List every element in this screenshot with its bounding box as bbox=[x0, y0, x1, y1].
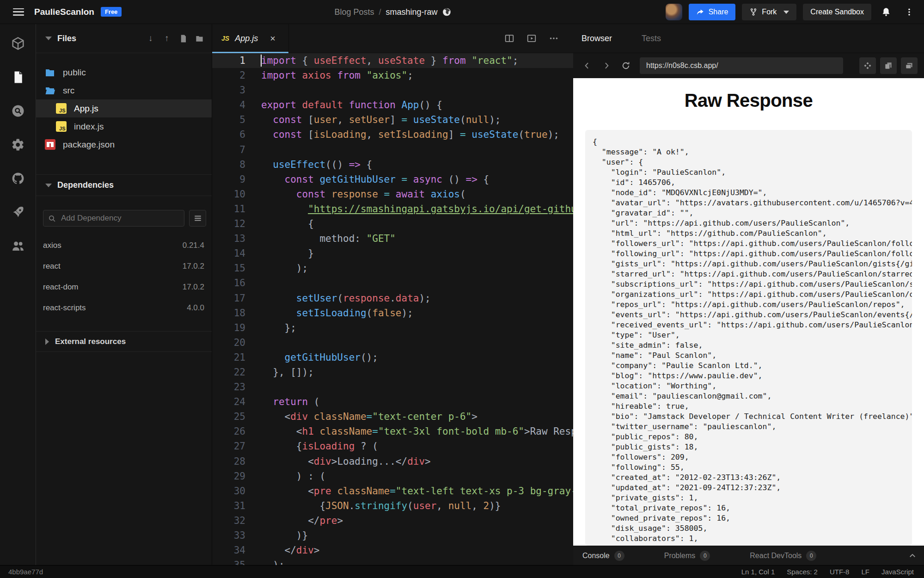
sandbox-cube-icon[interactable] bbox=[11, 36, 25, 51]
dependencies-section-header[interactable]: Dependencies bbox=[36, 175, 212, 196]
code-line-6[interactable]: 6 const [isLoading, setIsLoading] = useS… bbox=[212, 127, 573, 142]
dependency-row-react-scripts[interactable]: react-scripts4.0.0 bbox=[36, 297, 212, 318]
preview-tab-tests[interactable]: Tests bbox=[642, 34, 661, 43]
code-line-18[interactable]: 18 setIsLoading(false); bbox=[212, 306, 573, 320]
split-view-icon[interactable] bbox=[504, 33, 515, 44]
editor-more-options-icon[interactable] bbox=[548, 33, 559, 44]
close-tab-icon[interactable]: × bbox=[270, 33, 275, 44]
sandbox-title[interactable]: smashing-raw bbox=[386, 7, 438, 17]
new-file-icon[interactable] bbox=[178, 33, 188, 43]
json-line: "twitter_username": "pauliescanlon", bbox=[593, 422, 905, 432]
code-line-2[interactable]: 2import axios from "axios"; bbox=[212, 68, 573, 83]
code-line-27[interactable]: 27 {isLoading ? ( bbox=[212, 439, 573, 454]
dependency-version: 0.21.4 bbox=[183, 241, 204, 250]
share-button[interactable]: Share bbox=[689, 4, 736, 20]
upload-icon[interactable]: ↑ bbox=[162, 33, 172, 43]
code-line-28[interactable]: 28 <div>Loading...</div> bbox=[212, 454, 573, 469]
add-dependency-input[interactable] bbox=[60, 213, 179, 223]
deployment-rocket-icon[interactable] bbox=[11, 205, 25, 220]
dependency-menu-icon[interactable] bbox=[189, 210, 206, 227]
json-line: "total_private_repos": 16, bbox=[593, 503, 905, 513]
refresh-icon[interactable] bbox=[620, 60, 631, 71]
code-line-17[interactable]: 17 setUser(response.data); bbox=[212, 291, 573, 306]
preview-window-icon[interactable] bbox=[526, 33, 537, 44]
code-area[interactable]: 1import { useEffect, useState } from "re… bbox=[212, 53, 573, 565]
code-line-22[interactable]: 22 }, []); bbox=[212, 365, 573, 380]
fork-dropdown-caret-icon[interactable] bbox=[783, 11, 789, 14]
user-avatar[interactable] bbox=[666, 4, 682, 20]
code-line-3[interactable]: 3 bbox=[212, 83, 573, 98]
external-resources-section-header[interactable]: External resources bbox=[36, 332, 212, 352]
open-in-browser-icon[interactable] bbox=[901, 57, 918, 74]
console-tab-console[interactable]: Console0 bbox=[582, 551, 624, 561]
tab-app-js[interactable]: JS App.js × bbox=[212, 24, 289, 53]
file-explorer-icon[interactable] bbox=[11, 70, 25, 85]
github-icon[interactable] bbox=[11, 171, 25, 186]
code-line-30[interactable]: 30 <pre className="text-left text-xs p-3… bbox=[212, 484, 573, 498]
preview-tab-browser[interactable]: Browser bbox=[581, 34, 612, 43]
code-line-15[interactable]: 15 ); bbox=[212, 261, 573, 276]
code-line-4[interactable]: 4export default function App() { bbox=[212, 98, 573, 112]
dependency-row-react-dom[interactable]: react-dom17.0.2 bbox=[36, 277, 212, 297]
dependency-row-axios[interactable]: axios0.21.4 bbox=[36, 235, 212, 256]
file-tree-item-app-js[interactable]: JSApp.js bbox=[36, 99, 212, 117]
expand-console-chevron-icon[interactable] bbox=[908, 552, 917, 560]
code-line-31[interactable]: 31 {JSON.stringify(user, null, 2)} bbox=[212, 498, 573, 513]
files-section-header[interactable]: Files ↓ ↑ bbox=[36, 24, 212, 53]
code-line-23[interactable]: 23 bbox=[212, 380, 573, 394]
code-line-16[interactable]: 16 bbox=[212, 276, 573, 290]
fork-button[interactable]: Fork bbox=[742, 4, 796, 20]
notifications-bell-icon[interactable] bbox=[878, 4, 894, 20]
hamburger-menu-icon[interactable] bbox=[13, 8, 24, 16]
status-item-ln-1-col-1[interactable]: Ln 1, Col 1 bbox=[741, 568, 775, 576]
dependency-row-react[interactable]: react17.0.2 bbox=[36, 256, 212, 277]
code-line-32[interactable]: 32 </pre> bbox=[212, 513, 573, 528]
code-line-11[interactable]: 11 "https://smashingapi.gatsbyjs.io/api/… bbox=[212, 202, 573, 216]
code-line-12[interactable]: 12 { bbox=[212, 216, 573, 231]
code-line-24[interactable]: 24 return ( bbox=[212, 394, 573, 409]
status-item-utf-8[interactable]: UTF-8 bbox=[830, 568, 850, 576]
code-line-25[interactable]: 25 <div className="text-center p-6"> bbox=[212, 409, 573, 424]
code-line-29[interactable]: 29 ) : ( bbox=[212, 469, 573, 484]
open-new-window-icon[interactable] bbox=[880, 57, 897, 74]
code-line-9[interactable]: 9 const getGitHubUser = async () => { bbox=[212, 172, 573, 187]
url-input[interactable] bbox=[640, 57, 843, 74]
breadcrumb-parent-link[interactable]: Blog Posts bbox=[334, 7, 374, 17]
json-line: "name": "Paul Scanlon", bbox=[593, 350, 905, 361]
code-line-19[interactable]: 19 }; bbox=[212, 320, 573, 335]
code-line-35[interactable]: 35 ); bbox=[212, 558, 573, 565]
create-sandbox-button[interactable]: Create Sandbox bbox=[803, 4, 871, 20]
json-line: "private_gists": 1, bbox=[593, 493, 905, 503]
code-line-13[interactable]: 13 method: "GET" bbox=[212, 231, 573, 246]
file-tree-item-package-json[interactable]: package.json bbox=[36, 135, 212, 154]
code-line-10[interactable]: 10 const response = await axios( bbox=[212, 187, 573, 202]
code-line-20[interactable]: 20 bbox=[212, 335, 573, 350]
status-item-javascript[interactable]: JavaScript bbox=[881, 568, 914, 576]
settings-gear-icon[interactable] bbox=[11, 137, 25, 152]
search-icon[interactable] bbox=[11, 104, 25, 118]
overflow-menu-icon[interactable] bbox=[901, 4, 918, 20]
code-line-14[interactable]: 14 } bbox=[212, 246, 573, 261]
forward-icon[interactable] bbox=[601, 60, 612, 71]
new-folder-icon[interactable] bbox=[194, 33, 204, 43]
privacy-globe-icon[interactable] bbox=[442, 7, 452, 17]
code-line-34[interactable]: 34 </div> bbox=[212, 543, 573, 558]
download-icon[interactable]: ↓ bbox=[146, 33, 156, 43]
code-line-5[interactable]: 5 const [user, setUser] = useState(null)… bbox=[212, 112, 573, 127]
file-tree-item-public[interactable]: public bbox=[36, 63, 212, 81]
status-item-spaces-2[interactable]: Spaces: 2 bbox=[787, 568, 818, 576]
code-line-21[interactable]: 21 getGitHubUser(); bbox=[212, 350, 573, 365]
code-line-7[interactable]: 7 bbox=[212, 142, 573, 157]
file-tree-item-src[interactable]: src bbox=[36, 81, 212, 99]
code-line-8[interactable]: 8 useEffect(() => { bbox=[212, 157, 573, 172]
code-line-1[interactable]: 1import { useEffect, useState } from "re… bbox=[212, 53, 573, 68]
console-tab-problems[interactable]: Problems0 bbox=[664, 551, 710, 561]
code-line-33[interactable]: 33 )} bbox=[212, 528, 573, 543]
code-line-26[interactable]: 26 <h1 className="text-3xl font-bold mb-… bbox=[212, 424, 573, 439]
status-item-lf[interactable]: LF bbox=[861, 568, 869, 576]
file-tree-item-index-js[interactable]: JSindex.js bbox=[36, 117, 212, 135]
live-collaboration-icon[interactable] bbox=[11, 239, 25, 253]
back-icon[interactable] bbox=[581, 60, 593, 71]
open-in-editor-icon[interactable] bbox=[859, 57, 876, 74]
console-tab-react-devtools[interactable]: React DevTools0 bbox=[750, 551, 816, 561]
